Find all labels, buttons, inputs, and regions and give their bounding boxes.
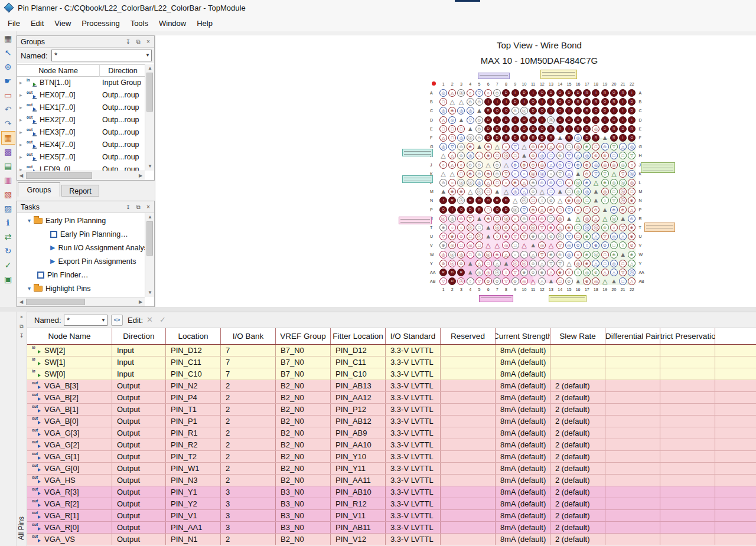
- tab-groups[interactable]: Groups: [18, 182, 60, 197]
- package-pin-U16[interactable]: □: [573, 232, 582, 241]
- show-pins-icon[interactable]: ▦: [1, 131, 15, 145]
- task-early-pin-planning[interactable]: ▾Early Pin Planning: [17, 214, 146, 227]
- package-pin-J14[interactable]: ⊙: [556, 161, 565, 169]
- menu-edit[interactable]: Edit: [25, 16, 49, 31]
- col-header-vref-group[interactable]: VREF Group: [276, 328, 331, 344]
- cell-current-strength[interactable]: 8mA (default): [496, 392, 550, 403]
- package-pin-F1[interactable]: △: [439, 133, 448, 142]
- package-pin-R2[interactable]: ◎: [448, 214, 457, 223]
- package-pin-P14[interactable]: □: [556, 205, 565, 214]
- package-pin-Y2[interactable]: Ⓐ: [448, 259, 457, 268]
- package-pin-U21[interactable]: △: [618, 232, 627, 241]
- package-pin-B19[interactable]: O: [601, 97, 610, 106]
- cell-location[interactable]: PIN_P1: [166, 416, 221, 427]
- package-pin-H1[interactable]: △: [439, 151, 448, 160]
- package-pin-C16[interactable]: I: [573, 106, 582, 115]
- package-pin-H13[interactable]: □: [546, 151, 555, 160]
- package-pin-C7[interactable]: O: [493, 106, 501, 115]
- pin-planner-view-icon[interactable]: ▦: [1, 32, 15, 45]
- package-pin-B1[interactable]: □: [439, 97, 448, 106]
- package-pin-N22[interactable]: ⊕: [627, 196, 636, 205]
- table-row-vga-g-2[interactable]: outVGA_G[2]OutputPIN_R22B2_N0PIN_AA103.3…: [27, 439, 756, 451]
- cell-current-strength[interactable]: 8mA (default): [496, 439, 550, 450]
- task-highlight-pins[interactable]: ▾Highlight Pins: [17, 282, 146, 295]
- cell-i-o-standard[interactable]: 3.3-V LVTTL: [386, 510, 441, 521]
- package-pin-B18[interactable]: R: [591, 97, 600, 106]
- package-pin-G14[interactable]: ⊙: [556, 142, 565, 151]
- package-pin-W19[interactable]: □: [601, 250, 610, 259]
- cell-i-o-bank[interactable]: 3: [221, 486, 276, 498]
- package-pin-G16[interactable]: ◎: [573, 142, 582, 151]
- package-pin-A7[interactable]: ⊙: [493, 89, 501, 97]
- horizontal-splitter[interactable]: [0, 307, 756, 312]
- cell-vref-group[interactable]: B3_N0: [276, 498, 331, 509]
- package-pin-D14[interactable]: D: [556, 116, 565, 125]
- package-pin-L9[interactable]: ⊕: [511, 178, 520, 187]
- package-pin-AB15[interactable]: ⊙: [565, 277, 573, 286]
- groups-vertical-scrollbar[interactable]: ▲ ▼: [145, 64, 154, 171]
- cell-i-o-standard[interactable]: 3.3-V LVTTL: [386, 345, 441, 356]
- package-pin-D8[interactable]: D: [501, 116, 510, 125]
- package-pin-M1[interactable]: ▲: [439, 187, 448, 196]
- float-panel-icon[interactable]: ⧉: [134, 38, 142, 46]
- package-pin-F8[interactable]: R: [501, 133, 510, 142]
- package-pin-C10[interactable]: Ⓐ: [520, 106, 529, 115]
- package-pin-W6[interactable]: Ⓐ: [484, 250, 493, 259]
- package-pin-K3[interactable]: □: [457, 169, 465, 178]
- package-pin-T5[interactable]: □: [475, 223, 484, 232]
- cell-fitter-location[interactable]: PIN_AA10: [331, 439, 386, 450]
- package-pin-E13[interactable]: R: [546, 125, 555, 133]
- pin-info-icon[interactable]: ℹ: [1, 216, 15, 230]
- package-pin-AB12[interactable]: △: [537, 277, 546, 286]
- show-dqs-pins-icon[interactable]: ▧: [1, 188, 15, 201]
- package-pin-R14[interactable]: ◎: [556, 214, 565, 223]
- package-pin-K21[interactable]: ▽: [618, 169, 627, 178]
- col-header-reserved[interactable]: Reserved: [441, 328, 496, 344]
- cell-i-o-standard[interactable]: 3.3-V LVTTL: [386, 475, 441, 486]
- package-pin-Y17[interactable]: ⊕: [582, 259, 591, 268]
- expand-chevron-icon[interactable]: ▸: [19, 114, 22, 126]
- package-pin-Y14[interactable]: ▽: [556, 259, 565, 268]
- package-pin-H10[interactable]: ▲: [520, 151, 529, 160]
- cell-node-name[interactable]: outVGA_G[0]: [27, 463, 112, 474]
- menu-window[interactable]: Window: [154, 16, 191, 31]
- cell-node-name[interactable]: outVGA_HS: [27, 475, 112, 486]
- cell-i-o-standard[interactable]: 3.3-V LVTTL: [386, 368, 441, 380]
- cell-current-strength[interactable]: 8mA (default): [496, 510, 550, 521]
- cell-i-o-standard[interactable]: 3.3-V LVTTL: [386, 451, 441, 462]
- package-pin-R16[interactable]: △: [573, 214, 582, 223]
- cell-i-o-standard[interactable]: 3.3-V LVTTL: [386, 522, 441, 533]
- package-pin-AA16[interactable]: ○: [573, 268, 582, 277]
- cell-slew-rate[interactable]: 2 (default): [550, 416, 605, 427]
- cell-strict-preservation[interactable]: [660, 486, 715, 498]
- package-pin-T12[interactable]: ▽: [537, 223, 546, 232]
- package-pin-D16[interactable]: R: [573, 116, 582, 125]
- cell-vref-group[interactable]: B2_N0: [276, 404, 331, 415]
- cell-reserved[interactable]: [441, 404, 496, 415]
- package-pin-F2[interactable]: □: [448, 133, 457, 142]
- cell-differential-pair[interactable]: [605, 416, 660, 427]
- cell-slew-rate[interactable]: [550, 368, 605, 380]
- cell-location[interactable]: PIN_Y1: [166, 486, 221, 498]
- package-pin-B3[interactable]: △: [457, 97, 465, 106]
- package-pin-Y3[interactable]: ⊙: [457, 259, 465, 268]
- package-pin-V8[interactable]: ◎: [501, 241, 510, 250]
- package-pin-E14[interactable]: R: [556, 125, 565, 133]
- cell-reserved[interactable]: [441, 439, 496, 450]
- expand-chevron-icon[interactable]: ▾: [28, 285, 31, 292]
- cell-reserved[interactable]: [441, 463, 496, 474]
- package-pin-D11[interactable]: R: [529, 116, 537, 125]
- package-pin-AA13[interactable]: △: [546, 268, 555, 277]
- node-filter-icon[interactable]: <>: [111, 315, 123, 326]
- package-pin-W5[interactable]: ⊙: [475, 250, 484, 259]
- package-pin-J18[interactable]: ◎: [591, 161, 600, 169]
- cell-vref-group[interactable]: B2_N0: [276, 439, 331, 450]
- table-row-vga-hs[interactable]: outVGA_HSOutputPIN_N32B2_N0PIN_AA113.3-V…: [27, 475, 756, 486]
- package-pin-AB19[interactable]: △: [601, 277, 610, 286]
- package-pin-E8[interactable]: I: [501, 125, 510, 133]
- package-pin-D18[interactable]: O: [591, 116, 600, 125]
- package-pin-L7[interactable]: □: [493, 178, 501, 187]
- package-pin-U11[interactable]: ⊕: [529, 232, 537, 241]
- package-pin-E4[interactable]: ▲: [466, 125, 475, 133]
- expand-chevron-icon[interactable]: ▾: [28, 217, 31, 224]
